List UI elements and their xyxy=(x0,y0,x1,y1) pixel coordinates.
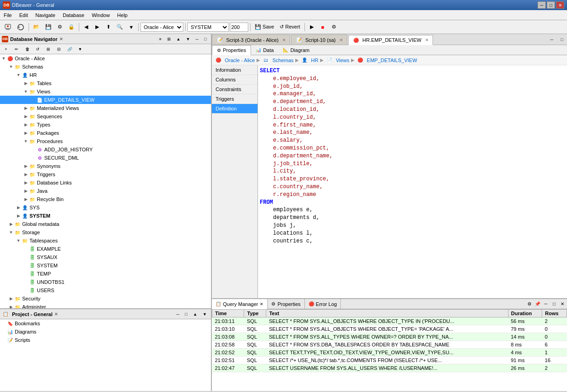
project-nav-up-button[interactable]: ▲ xyxy=(191,311,199,318)
expand-icon[interactable]: ▶ xyxy=(23,122,29,127)
table-row[interactable]: 21:03:08 SQL SELECT * FROM SYS.ALL_TYPES… xyxy=(212,333,567,341)
expand-icon[interactable]: ▼ xyxy=(23,89,29,94)
delete-db-button[interactable]: 🗑 xyxy=(22,44,32,54)
project-maximize-button[interactable]: □ xyxy=(182,311,190,318)
menu-navigate[interactable]: Navigate xyxy=(32,12,59,19)
prop-nav-columns[interactable]: Columns xyxy=(212,75,257,85)
tree-item-db-links[interactable]: ▶ 📁 Database Links xyxy=(0,179,211,187)
tree-item-sysaux[interactable]: 🗄 SYSAUX xyxy=(0,253,211,261)
run-button[interactable]: ▶ xyxy=(307,22,317,32)
collapse-db-button[interactable]: ⊟ xyxy=(54,44,64,54)
expand-icon[interactable]: ▼ xyxy=(8,230,14,235)
nav-up-button[interactable]: ▲ xyxy=(174,35,183,43)
save-script-button[interactable]: 💾 Save xyxy=(252,22,276,32)
forward-button[interactable]: ▶ xyxy=(92,22,102,32)
menu-window[interactable]: Window xyxy=(88,12,113,19)
filter-db-button[interactable]: ⊞ xyxy=(43,44,53,54)
minimize-panel-button[interactable]: ─ xyxy=(193,35,201,43)
filter-button[interactable]: ⊞ xyxy=(165,35,173,43)
back-button[interactable]: ◀ xyxy=(81,22,91,32)
tree-item-procedures[interactable]: ▼ 📁 Procedures xyxy=(0,137,211,145)
tree-item-tables[interactable]: ▶ 📁 Tables xyxy=(0,79,211,87)
open-file-button[interactable]: 📂 xyxy=(31,22,42,32)
tree-item-diagrams[interactable]: 📊 Diagrams xyxy=(0,328,211,336)
tree-item-undotbs1[interactable]: 🗄 UNDOTBS1 xyxy=(0,278,211,286)
properties-button[interactable]: ⚙ xyxy=(55,22,65,32)
tree-item-emp-details-view[interactable]: 📄 EMP_DETAILS_VIEW xyxy=(0,96,211,104)
table-row[interactable]: 21:02:47 SQL SELECT USERNAME FROM SYS.AL… xyxy=(212,364,567,372)
expand-icon[interactable]: ▶ xyxy=(23,105,29,111)
tab-emp-details[interactable]: 🔴 HR.EMP_DETAILS_VIEW ✕ xyxy=(348,35,433,45)
expand-icon[interactable]: ▶ xyxy=(23,163,29,169)
more-nav-button[interactable]: ▼ xyxy=(126,22,136,32)
lock-button[interactable]: 🔒 xyxy=(66,22,77,32)
maximize-button[interactable]: □ xyxy=(547,1,555,9)
tab-minimize-button[interactable]: ─ xyxy=(547,35,557,45)
expand-icon[interactable]: ▶ xyxy=(16,213,21,219)
tree-item-mat-views[interactable]: ▶ 📁 Materialized Views xyxy=(0,104,211,112)
tree-item-schemas[interactable]: ▼ 📁 Schemas xyxy=(0,63,211,71)
expand-icon[interactable]: ▶ xyxy=(23,114,29,119)
tab-close-icon[interactable]: ✕ xyxy=(282,38,286,42)
nav-down-button[interactable]: ▼ xyxy=(184,35,193,43)
tree-item-packages[interactable]: ▶ 📁 Packages xyxy=(0,129,211,137)
expand-icon[interactable]: ▶ xyxy=(23,196,29,202)
revert-button[interactable]: ↺ Revert xyxy=(277,22,302,32)
expand-icon[interactable]: ▶ xyxy=(16,205,21,210)
clear-log-button[interactable]: ⚙ xyxy=(526,300,533,308)
tree-item-java[interactable]: ▶ 📁 Java xyxy=(0,187,211,195)
search-button[interactable]: 🔍 xyxy=(114,22,125,32)
collapse-button[interactable]: ≡ xyxy=(157,35,164,43)
tree-item-bookmarks[interactable]: 🔖 Bookmarks xyxy=(0,319,211,328)
format-button[interactable]: ⚙ xyxy=(329,22,339,32)
tab-close-icon[interactable]: ✕ xyxy=(425,38,429,42)
tab-script3[interactable]: 📝 Script-3 (Oracle - Alice) ✕ xyxy=(212,35,290,45)
expand-icon[interactable]: ▶ xyxy=(8,296,14,301)
breadcrumb-emp-details[interactable]: EMP_DETAILS_VIEW xyxy=(367,58,417,63)
new-db-button[interactable]: + xyxy=(1,44,11,54)
more-db-button[interactable]: ▼ xyxy=(75,44,85,54)
refresh-button[interactable] xyxy=(15,22,27,32)
edit-db-button[interactable]: ✏ xyxy=(12,44,22,54)
menu-help[interactable]: Help xyxy=(113,12,131,19)
project-minimize-button[interactable]: ─ xyxy=(174,311,181,318)
db-navigator-close-icon[interactable]: ✕ xyxy=(59,37,63,41)
expand-icon[interactable]: ▶ xyxy=(23,180,29,185)
tree-item-users[interactable]: 🗄 USERS xyxy=(0,286,211,294)
prop-nav-information[interactable]: Information xyxy=(212,65,257,75)
link-db-button[interactable]: 🔗 xyxy=(64,44,75,54)
tree-item-security[interactable]: ▶ 📁 Security xyxy=(0,294,211,303)
breadcrumb-schemas[interactable]: Schemas xyxy=(272,58,293,63)
tree-item-add-job-history[interactable]: ⚙ ADD_JOB_HISTORY xyxy=(0,145,211,154)
tree-item-storage[interactable]: ▼ 📁 Storage xyxy=(0,228,211,236)
expand-icon[interactable]: ▶ xyxy=(23,81,29,86)
stop-button[interactable]: ■ xyxy=(318,22,328,32)
tree-item-oracle-alice[interactable]: ▼ 🔴 Oracle - Alice xyxy=(0,54,211,63)
tree-item-scripts[interactable]: 📝 Scripts xyxy=(0,336,211,344)
nav-button[interactable]: ⬆ xyxy=(103,22,113,32)
connection-selector[interactable]: Oracle - Alice xyxy=(140,23,183,32)
save-button[interactable]: 💾 xyxy=(43,22,54,32)
prop-tab-diagram[interactable]: 📐 Diagram xyxy=(278,45,314,55)
query-tab-close-icon[interactable]: ✕ xyxy=(260,302,263,306)
project-nav-down-button[interactable]: ▼ xyxy=(200,311,209,318)
tree-item-temp[interactable]: 🗄 TEMP xyxy=(0,270,211,278)
query-tab-manager[interactable]: 📋 Query Manager ✕ xyxy=(212,299,268,309)
expand-icon[interactable]: ▶ xyxy=(23,188,29,194)
refresh-db-button[interactable]: ↺ xyxy=(33,44,43,54)
query-maximize-button[interactable]: □ xyxy=(550,300,558,308)
expand-icon[interactable]: ▶ xyxy=(8,221,14,227)
table-row[interactable]: 21:02:51 SQL SELECT /*+ USE_NL(tc)*/ tab… xyxy=(212,357,567,364)
sql-content[interactable]: SELECT e.employee_id, e.job_id, e.manage… xyxy=(258,65,567,298)
close-button[interactable]: ✕ xyxy=(556,1,564,9)
expand-icon[interactable]: ▶ xyxy=(23,130,29,136)
menu-file[interactable]: File xyxy=(0,12,16,19)
table-row[interactable]: 21:02:52 SQL SELECT TEXT,TYPE_TEXT,OID_T… xyxy=(212,349,567,357)
expand-icon[interactable]: ▶ xyxy=(23,172,29,177)
tab-script10[interactable]: 📝 Script-10 (sa) ✕ xyxy=(291,35,347,45)
expand-icon[interactable]: ▼ xyxy=(23,138,29,144)
tree-item-sys[interactable]: ▶ 👤 SYS xyxy=(0,203,211,212)
expand-icon[interactable]: ▼ xyxy=(8,64,14,69)
prop-tab-properties[interactable]: ⚙ Properties xyxy=(212,45,251,55)
table-row[interactable]: 21:02:58 SQL SELECT * FROM SYS.DBA_TABLE… xyxy=(212,341,567,349)
